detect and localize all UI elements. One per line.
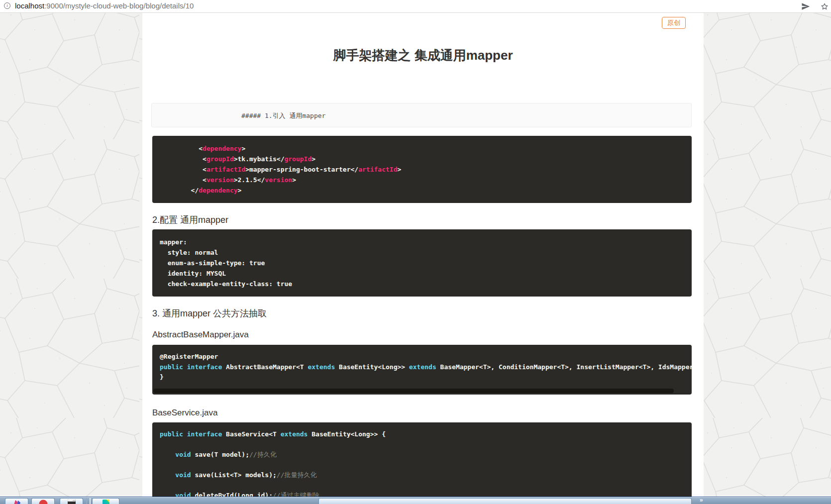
webstorm-icon	[102, 499, 110, 504]
original-badge: 原创	[662, 17, 686, 29]
taskbar-button-ide[interactable]	[92, 498, 119, 504]
heading-configure-mapper: 2.配置 通用mapper	[152, 214, 692, 225]
subheading-baseservice-java: BaseService.java	[152, 407, 692, 418]
heading-common-methods: 3. 通用mapper 公共方法抽取	[152, 308, 692, 319]
code-block-xml-dependency: <dependency> <groupId>tk.mybatis</groupI…	[152, 136, 692, 203]
url-text[interactable]: localhost:9000/mystyle-cloud-web-blog/bl…	[15, 0, 194, 12]
page-info-icon[interactable]	[4, 2, 10, 9]
url-host: localhost	[15, 1, 44, 10]
subheading-abstractbasemapper-java: AbstractBaseMapper.java	[152, 329, 692, 340]
url-path: :9000/mystyle-cloud-web-blog/blog/detail…	[44, 1, 194, 10]
pink-blue-app-icon	[13, 499, 21, 504]
code-block-baseservice: public interface BaseService<T extends B…	[152, 422, 692, 504]
bookmark-star-icon[interactable]	[820, 2, 829, 11]
taskbar-button-app2[interactable]	[31, 498, 55, 504]
taskbar-button-app1[interactable]	[5, 498, 28, 504]
terminal-window-icon	[67, 499, 76, 504]
horizontal-scrollbar-thumb[interactable]	[153, 389, 674, 393]
taskbar-separator	[86, 498, 91, 504]
taskbar: »	[0, 497, 831, 504]
send-icon[interactable]	[801, 2, 810, 11]
article-title: 脚手架搭建之 集成通用mapper	[142, 12, 704, 63]
code-block-abstractbasemapper: @RegisterMapperpublic interface Abstract…	[152, 345, 692, 395]
taskbar-overflow-chevron[interactable]: »	[700, 497, 703, 504]
red-circle-app-icon	[39, 499, 48, 504]
code-block-yaml-config: mapper: style: normal enum-as-simple-typ…	[152, 229, 692, 297]
article-page: 原创 脚手架搭建之 集成通用mapper ##### 1.引入 通用mapper…	[142, 12, 704, 504]
taskbar-button-terminal[interactable]	[60, 498, 83, 504]
taskbar-button-active-window[interactable]	[318, 498, 692, 504]
quote-box: ##### 1.引入 通用mapper	[151, 103, 692, 127]
browser-address-bar[interactable]: localhost:9000/mystyle-cloud-web-blog/bl…	[0, 0, 831, 13]
